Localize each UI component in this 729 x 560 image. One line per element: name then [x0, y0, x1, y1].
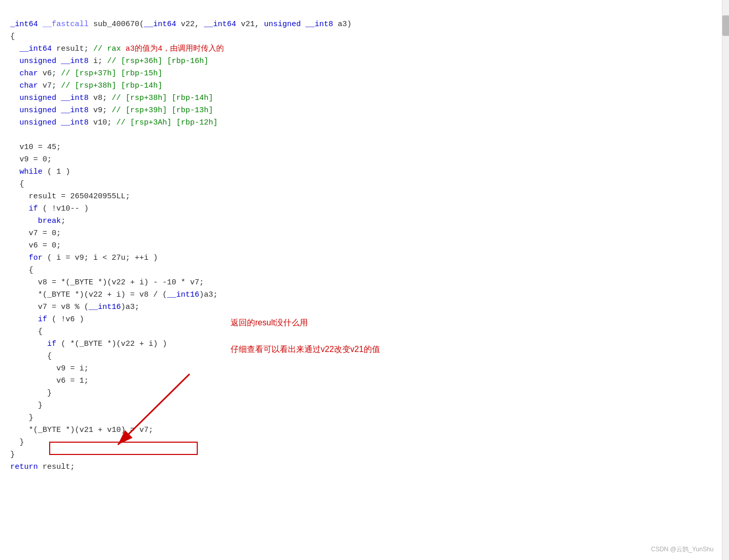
- for-stmt: for ( i = v9; i < 27u; ++i ): [29, 254, 158, 262]
- v6-assign: v6 = 1;: [56, 377, 89, 385]
- v7-mod: v7 = v8 % (__int16)a3;: [38, 303, 139, 312]
- open-brace-1: {: [10, 32, 15, 41]
- watermark: CSDN @云鹊_YunShu: [651, 545, 714, 554]
- var-result: __int64 result; // rax a3的值为4，由调用时传入的: [19, 45, 224, 53]
- assign-v9: v9 = 0;: [19, 155, 52, 164]
- for-close: }: [29, 413, 33, 422]
- var-v7: char v7; // [rsp+38h] [rbp-14h]: [19, 81, 162, 90]
- code-container: _int64 __fastcall sub_400670(__int64 v22…: [0, 0, 729, 560]
- annotation-1: 返回的result没什么用: [231, 318, 308, 328]
- code-block: _int64 __fastcall sub_400670(__int64 v22…: [0, 6, 729, 486]
- result-assign: result = 2650420955LL;: [29, 192, 130, 201]
- var-v8: unsigned __int8 v8; // [rsp+38h] [rbp-14…: [19, 94, 213, 102]
- if-byte-open: {: [47, 352, 52, 361]
- signature-line: _int64 __fastcall sub_400670(__int64 v22…: [10, 20, 351, 29]
- var-i: unsigned __int8 i; // [rsp+36h] [rbp-16h…: [19, 57, 209, 66]
- var-v6: char v6; // [rsp+37h] [rbp-15h]: [19, 69, 162, 78]
- if-byte: if ( *(_BYTE *)(v22 + i) ): [47, 340, 167, 348]
- scrollbar-thumb[interactable]: [722, 15, 729, 36]
- while-close: }: [19, 438, 24, 447]
- while-stmt: while ( 1 ): [19, 168, 70, 176]
- assign-v6: v6 = 0;: [29, 241, 61, 250]
- if-v6-close: }: [38, 401, 43, 410]
- while-open: {: [19, 180, 24, 189]
- if-v10: if ( !v10-- ): [29, 204, 89, 213]
- close-brace-1: }: [10, 450, 15, 459]
- v8-assign: v8 = *(_BYTE *)(v22 + i) - -10 * v7;: [38, 278, 204, 287]
- break-stmt: break;: [38, 217, 66, 225]
- annotation-2: 仔细查看可以看出来通过v22改变v21的值: [231, 344, 380, 355]
- assign-v7: v7 = 0;: [29, 229, 61, 238]
- var-v10: unsigned __int8 v10; // [rsp+3Ah] [rbp-1…: [19, 118, 218, 127]
- if-v6: if ( !v6 ): [38, 315, 84, 324]
- return-stmt: return result;: [10, 463, 75, 471]
- var-v9: unsigned __int8 v9; // [rsp+39h] [rbp-13…: [19, 106, 213, 115]
- for-open: {: [29, 266, 33, 275]
- scrollbar[interactable]: [722, 0, 729, 560]
- if-byte-close: }: [47, 389, 52, 398]
- highlighted-line: *(_BYTE *)(v21 + v10) = v7;: [29, 426, 153, 434]
- assign-v10: v10 = 45;: [19, 143, 61, 152]
- byte-assign: *(_BYTE *)(v22 + i) = v8 / (__int16)a3;: [38, 291, 218, 299]
- v9-assign: v9 = i;: [56, 364, 89, 373]
- if-v6-open: {: [38, 327, 43, 336]
